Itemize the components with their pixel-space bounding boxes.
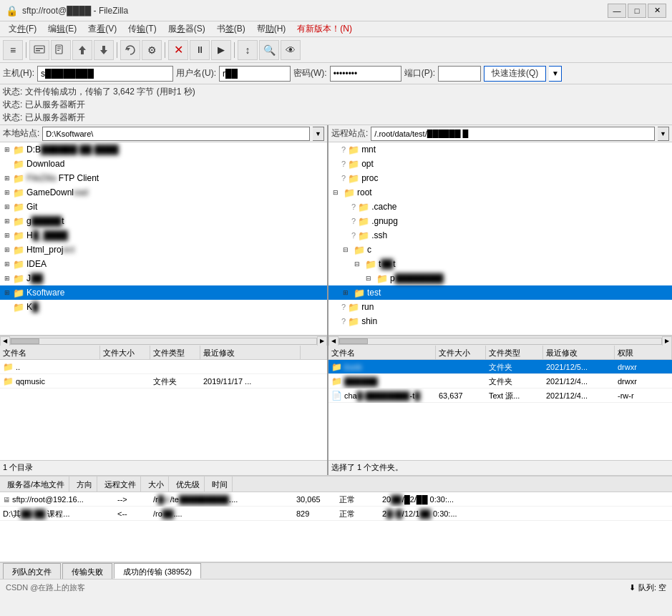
expand-icon[interactable]: ⊞ bbox=[1, 287, 13, 298]
toolbar-refresh-btn[interactable] bbox=[120, 40, 140, 60]
toolbar-settings-btn[interactable]: ⚙ bbox=[142, 40, 162, 60]
q-col-size[interactable]: 大小 bbox=[144, 476, 169, 492]
remote-path-dropdown[interactable]: ▼ bbox=[658, 127, 669, 141]
menu-bookmark[interactable]: 书签(B) bbox=[211, 21, 251, 36]
tree-item[interactable]: ⊞ 📁 IDEA bbox=[0, 257, 327, 271]
left-arrow[interactable]: ◀ bbox=[328, 336, 339, 346]
file-row[interactable]: 📁.. bbox=[0, 360, 327, 374]
queue-body[interactable]: 🖥 sftp://root@192.16... --> /r█ot/te████… bbox=[0, 492, 672, 562]
col-filesize[interactable]: 文件大小 bbox=[100, 346, 150, 360]
remote-tree[interactable]: ? 📁 mnt ? 📁 opt ? 📁 proc ⊟ 📁 root bbox=[328, 142, 672, 336]
expand-icon[interactable] bbox=[340, 215, 351, 227]
rcol-filedate[interactable]: 最近修改 bbox=[543, 346, 615, 360]
pass-input[interactable] bbox=[330, 66, 401, 82]
right-arrow[interactable]: ▶ bbox=[317, 336, 327, 346]
expand-icon[interactable] bbox=[330, 172, 341, 184]
tree-item[interactable]: ⊞ 📁 Git bbox=[0, 200, 327, 214]
file-row[interactable]: 📄cha█-████████-t█ 63,637 Text 源... 2021/… bbox=[328, 388, 672, 403]
menu-help[interactable]: 帮助(H) bbox=[251, 21, 292, 36]
toolbar-newsite-btn[interactable] bbox=[29, 40, 49, 60]
expand-icon[interactable]: ⊟ bbox=[340, 244, 351, 255]
col-filename[interactable]: 文件名 bbox=[0, 346, 100, 360]
tree-item[interactable]: ? 📁 shin bbox=[328, 314, 672, 328]
expand-icon[interactable]: ⊞ bbox=[1, 258, 13, 270]
q-col-remote[interactable]: 远程文件 bbox=[100, 476, 141, 492]
expand-icon[interactable]: ⊞ bbox=[1, 273, 13, 284]
tree-item[interactable]: ⊞ 📁 Ksoftware bbox=[0, 285, 327, 300]
quick-connect-btn[interactable]: 快速连接(Q) bbox=[484, 66, 546, 82]
close-btn[interactable]: ✕ bbox=[648, 4, 666, 18]
remote-file-body[interactable]: 📁trunk 文件夹 2021/12/5... drwxr 📁██████ 文件… bbox=[328, 360, 672, 460]
col-filedate[interactable]: 最近修改 bbox=[200, 346, 301, 360]
menu-transfer[interactable]: 传输(T) bbox=[122, 21, 162, 36]
expand-icon[interactable]: ⊞ bbox=[340, 287, 351, 298]
toolbar-pause-btn[interactable]: ⏸ bbox=[190, 40, 210, 60]
tree-item[interactable]: ? 📁 opt bbox=[328, 157, 672, 171]
rcol-filename[interactable]: 文件名 bbox=[328, 346, 436, 360]
expand-icon[interactable] bbox=[1, 301, 13, 313]
tree-item[interactable]: ⊞ 📁 D:B██████ ██ ████ bbox=[0, 142, 327, 157]
expand-icon[interactable]: ⊞ bbox=[1, 201, 13, 212]
toolbar-menu-btn[interactable]: ≡ bbox=[3, 40, 23, 60]
rcol-filetype[interactable]: 文件类型 bbox=[486, 346, 543, 360]
tree-item[interactable]: ? 📁 run bbox=[328, 300, 672, 314]
tree-item[interactable]: 📁 Download bbox=[0, 157, 327, 171]
tab-queued[interactable]: 列队的文件 bbox=[3, 563, 61, 579]
tree-item[interactable]: ⊟ 📁 c bbox=[328, 243, 672, 257]
file-row[interactable]: 📁██████ 文件夹 2021/12/4... drwxr bbox=[328, 374, 672, 388]
expand-icon[interactable] bbox=[330, 144, 341, 155]
tree-item[interactable]: ⊞ 📁 J██ bbox=[0, 271, 327, 285]
file-row[interactable]: 📁qqmusic 文件夹 2019/11/17 ... bbox=[0, 374, 327, 388]
remote-path-input[interactable] bbox=[371, 127, 655, 141]
tree-item[interactable]: ⊟ 📁 t██t bbox=[328, 257, 672, 271]
tree-item[interactable]: ? 📁 mnt bbox=[328, 142, 672, 157]
expand-icon[interactable]: ⊞ bbox=[1, 215, 13, 227]
host-input[interactable] bbox=[37, 66, 173, 82]
left-arrow[interactable]: ◀ bbox=[0, 336, 10, 346]
q-col-time[interactable]: 时间 bbox=[208, 476, 233, 492]
queue-row[interactable]: 🖥 sftp://root@192.16... --> /r█ot/te████… bbox=[0, 492, 672, 507]
expand-icon[interactable]: ⊟ bbox=[330, 187, 341, 198]
hscroll-track[interactable] bbox=[10, 338, 317, 345]
q-col-server[interactable]: 服务器/本地文件 bbox=[3, 476, 69, 492]
expand-icon[interactable] bbox=[330, 301, 341, 313]
expand-icon[interactable] bbox=[340, 230, 351, 241]
tab-success[interactable]: 成功的传输 (38952) bbox=[114, 563, 201, 579]
quick-connect-dropdown[interactable]: ▼ bbox=[549, 66, 562, 82]
menu-edit[interactable]: 编辑(E) bbox=[42, 21, 82, 36]
expand-icon[interactable]: ⊞ bbox=[1, 230, 13, 241]
tree-item[interactable]: ? 📁 .cache bbox=[328, 200, 672, 214]
toolbar-resume-btn[interactable]: ▶ bbox=[211, 40, 231, 60]
remote-hscroll[interactable]: ◀ ▶ bbox=[328, 336, 672, 346]
expand-icon[interactable]: ⊞ bbox=[1, 172, 13, 184]
tree-item[interactable]: ⊟ 📁 root bbox=[328, 185, 672, 200]
local-path-dropdown[interactable]: ▼ bbox=[313, 127, 324, 141]
tree-item[interactable]: ? 📁 .ssh bbox=[328, 228, 672, 243]
expand-icon[interactable] bbox=[330, 316, 341, 327]
local-tree[interactable]: ⊞ 📁 D:B██████ ██ ████ 📁 Download ⊞ 📁 Fil… bbox=[0, 142, 327, 336]
local-path-input[interactable] bbox=[42, 127, 310, 141]
expand-icon[interactable]: ⊟ bbox=[351, 258, 363, 270]
tree-item[interactable]: ⊞ 📁 H█_████ bbox=[0, 228, 327, 243]
tab-failed[interactable]: 传输失败 bbox=[62, 563, 112, 579]
menu-file[interactable]: 文件(F) bbox=[3, 21, 42, 36]
expand-icon[interactable]: ⊞ bbox=[1, 144, 13, 155]
toolbar-view-btn[interactable]: 👁 bbox=[281, 40, 301, 60]
minimize-btn[interactable]: — bbox=[608, 4, 626, 18]
toolbar-cancel-btn[interactable]: ✕ bbox=[168, 40, 188, 60]
right-arrow[interactable]: ▶ bbox=[662, 336, 672, 346]
expand-icon[interactable]: ⊟ bbox=[363, 273, 374, 284]
expand-icon[interactable]: ⊞ bbox=[1, 244, 13, 255]
rcol-perms[interactable]: 权限 bbox=[615, 346, 672, 360]
expand-icon[interactable]: ⊞ bbox=[1, 187, 13, 198]
maximize-btn[interactable]: □ bbox=[628, 4, 646, 18]
toolbar-search-btn[interactable]: 🔍 bbox=[259, 40, 279, 60]
toolbar-reconnect-btn[interactable] bbox=[51, 40, 71, 60]
tree-item[interactable]: ⊞ 📁 GameDownload bbox=[0, 185, 327, 200]
expand-icon[interactable] bbox=[330, 158, 341, 170]
q-col-priority[interactable]: 优先级 bbox=[172, 476, 205, 492]
menu-server[interactable]: 服务器(S) bbox=[162, 21, 211, 36]
user-input[interactable] bbox=[219, 66, 291, 82]
tree-item[interactable]: ? 📁 proc bbox=[328, 171, 672, 185]
tree-item[interactable]: ⊞ 📁 FileZilla FTP Client bbox=[0, 171, 327, 185]
